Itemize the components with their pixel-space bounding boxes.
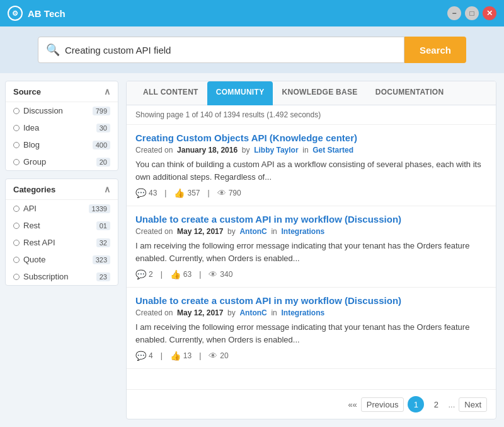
filter-label-idea: Idea xyxy=(23,123,39,132)
result-item: Unable to create a custom API in my work… xyxy=(127,206,496,288)
source-filter-section: Source ∧ Discussion 799 Idea 30 xyxy=(5,81,118,171)
sidebar: Source ∧ Discussion 799 Idea 30 xyxy=(0,73,123,427)
comments-count-1: 43 xyxy=(149,189,157,197)
result-stats-2: 💬 2 | 👍 63 | 👁 340 xyxy=(135,269,487,279)
content-area: ALL CONTENT COMMUNITY KNOWLEDGE BASE DOC… xyxy=(126,81,496,419)
tab-knowledge-base[interactable]: KNOWLEDGE BASE xyxy=(273,81,366,105)
filter-label-quote: Quote xyxy=(23,255,45,264)
search-input[interactable] xyxy=(65,45,396,56)
views-icon-1: 👁 xyxy=(217,188,226,198)
filter-radio-idea xyxy=(13,125,20,131)
close-button[interactable]: ✕ xyxy=(483,6,496,20)
tabs-bar: ALL CONTENT COMMUNITY KNOWLEDGE BASE DOC… xyxy=(127,81,496,105)
comments-stat-1: 💬 43 xyxy=(135,188,157,198)
result-stats-1: 💬 43 | 👍 357 | 👁 790 xyxy=(135,188,487,198)
views-count-1: 790 xyxy=(229,189,241,197)
result-title-2[interactable]: Unable to create a custom API in my work… xyxy=(135,214,487,225)
result-item: Creating Custom Objects API (Knowledge c… xyxy=(127,125,496,206)
comment-icon-3: 💬 xyxy=(135,351,146,361)
result-meta-1: Created on January 18, 2016 by Libby Tay… xyxy=(135,146,487,155)
filter-item-blog[interactable]: Blog 400 xyxy=(6,136,118,153)
filter-count-rest: 01 xyxy=(96,221,110,230)
likes-count-1: 357 xyxy=(187,189,200,197)
comments-count-3: 4 xyxy=(149,351,153,360)
views-icon-2: 👁 xyxy=(209,269,217,279)
pagination: «« Previous 1 2 ... Next xyxy=(127,389,496,419)
result-excerpt-2: I am receiving the following error messa… xyxy=(135,240,487,264)
likes-stat-1: 👍 357 xyxy=(174,188,200,198)
likes-stat-3: 👍 13 xyxy=(170,351,192,361)
views-stat-3: 👁 20 xyxy=(209,351,228,361)
source-collapse-icon[interactable]: ∧ xyxy=(104,86,110,97)
filter-item-quote[interactable]: Quote 323 xyxy=(6,251,118,268)
results-list: Creating Custom Objects API (Knowledge c… xyxy=(127,125,496,389)
page-number-2[interactable]: 2 xyxy=(428,396,444,412)
result-meta-2: Created on May 12, 2017 by AntonC in Int… xyxy=(135,227,487,236)
like-icon-3: 👍 xyxy=(170,351,181,361)
filter-item-rest[interactable]: Rest 01 xyxy=(6,217,118,234)
filter-radio-api xyxy=(13,206,20,212)
title-bar: ⚙ AB Tech − □ ✕ xyxy=(0,0,504,26)
maximize-button[interactable]: □ xyxy=(465,6,479,20)
filter-item-idea[interactable]: Idea 30 xyxy=(6,119,118,136)
filter-radio-quote xyxy=(13,257,20,263)
pagination-ellipsis: ... xyxy=(448,400,455,409)
result-excerpt-1: You can think of building a custom API a… xyxy=(135,158,487,183)
filter-count-idea: 30 xyxy=(96,124,110,132)
search-icon: 🔍 xyxy=(46,43,60,57)
filter-item-group[interactable]: Group 20 xyxy=(6,153,118,170)
categories-filter-header: Categories ∧ xyxy=(6,179,118,200)
pagination-first[interactable]: «« xyxy=(348,400,357,409)
like-icon-2: 👍 xyxy=(170,269,181,279)
filter-count-blog: 400 xyxy=(93,141,110,149)
search-area: 🔍 Search xyxy=(0,26,504,73)
filter-item-rest-api[interactable]: Rest API 32 xyxy=(6,234,118,251)
like-icon-1: 👍 xyxy=(174,188,185,198)
filter-radio-rest-api xyxy=(13,240,20,246)
categories-collapse-icon[interactable]: ∧ xyxy=(104,184,110,194)
source-filter-title: Source xyxy=(13,87,41,97)
views-count-2: 340 xyxy=(220,270,232,279)
filter-radio-group xyxy=(13,159,20,165)
search-button[interactable]: Search xyxy=(404,37,466,63)
tab-documentation[interactable]: DOCUMENTATION xyxy=(367,81,453,105)
window-controls: − □ ✕ xyxy=(447,6,496,20)
filter-count-quote: 323 xyxy=(93,255,110,264)
comments-count-2: 2 xyxy=(149,270,153,279)
filter-label-blog: Blog xyxy=(23,140,40,149)
likes-count-3: 13 xyxy=(183,351,192,360)
app-icon: ⚙ xyxy=(8,6,23,21)
filter-radio-blog xyxy=(13,142,20,148)
likes-count-2: 63 xyxy=(183,270,192,279)
filter-radio-discussion xyxy=(13,108,20,114)
filter-radio-subscription xyxy=(13,274,20,280)
result-title-3[interactable]: Unable to create a custom API in my work… xyxy=(135,295,487,306)
filter-count-discussion: 799 xyxy=(93,107,110,115)
comments-stat-2: 💬 2 xyxy=(135,269,153,279)
filter-label-subscription: Subscription xyxy=(23,272,69,281)
categories-filter-section: Categories ∧ API 1339 Rest 01 xyxy=(5,178,118,286)
comment-icon-2: 💬 xyxy=(135,269,146,279)
filter-label-rest-api: Rest API xyxy=(23,238,55,247)
filter-item-discussion[interactable]: Discussion 799 xyxy=(6,102,118,119)
minimize-button[interactable]: − xyxy=(447,6,461,20)
result-title-1[interactable]: Creating Custom Objects API (Knowledge c… xyxy=(135,132,487,143)
filter-label-rest: Rest xyxy=(23,221,40,230)
pagination-previous[interactable]: Previous xyxy=(361,397,404,412)
filter-label-api: API xyxy=(23,204,37,213)
tab-community[interactable]: COMMUNITY xyxy=(207,81,273,105)
pagination-next[interactable]: Next xyxy=(459,397,487,412)
page-number-1[interactable]: 1 xyxy=(408,396,424,412)
filter-item-subscription[interactable]: Subscription 23 xyxy=(6,268,118,285)
results-info: Showing page 1 of 140 of 1394 results (1… xyxy=(127,105,496,125)
categories-filter-title: Categories xyxy=(13,185,55,194)
filter-label-discussion: Discussion xyxy=(23,106,63,115)
filter-count-group: 20 xyxy=(96,158,110,167)
filter-count-subscription: 23 xyxy=(96,272,110,281)
filter-label-group: Group xyxy=(23,157,46,167)
result-item: Unable to create a custom API in my work… xyxy=(127,288,496,369)
views-count-3: 20 xyxy=(220,351,228,360)
filter-item-api[interactable]: API 1339 xyxy=(6,200,118,217)
main-layout: Source ∧ Discussion 799 Idea 30 xyxy=(0,73,504,427)
tab-all-content[interactable]: ALL CONTENT xyxy=(134,81,207,105)
